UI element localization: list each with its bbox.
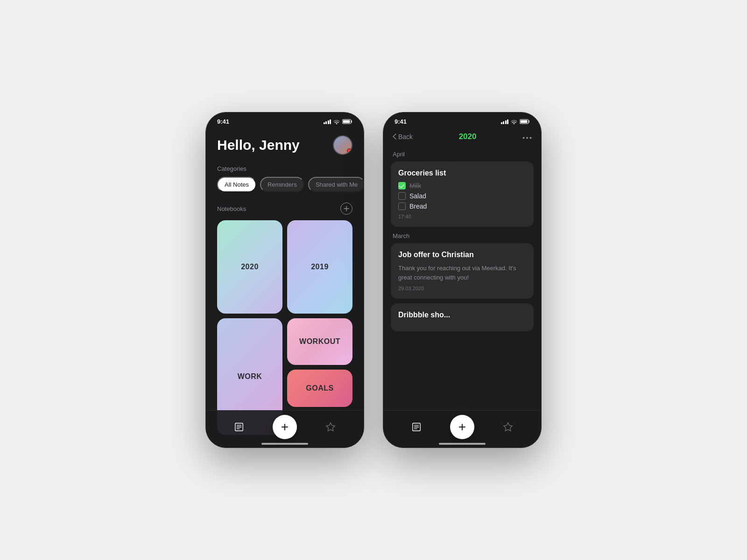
notebook-goals[interactable]: GOALS: [287, 370, 352, 407]
category-shared[interactable]: Shared with Me: [308, 177, 364, 192]
notebook-goals-label: GOALS: [306, 384, 333, 392]
greeting-text: Hello, Jenny: [217, 137, 300, 153]
fab-plus-icon-2: +: [458, 420, 466, 434]
fab-button-1[interactable]: +: [273, 415, 297, 439]
note-job-offer-body: Thank you for reaching out via Meerkad. …: [398, 264, 526, 282]
checklist-salad-text: Salad: [409, 192, 426, 200]
checklist-item-salad: Salad: [398, 192, 526, 200]
back-label: Back: [398, 133, 413, 140]
svg-rect-1: [343, 120, 350, 123]
nav-title: 2020: [459, 132, 477, 141]
note-dribbble-partial[interactable]: Dribbble sho...: [391, 303, 534, 331]
phone-screen-2: 9:41: [383, 112, 542, 448]
month-march: March: [393, 232, 532, 239]
notebook-2020-label: 2020: [241, 263, 259, 271]
notebook-2019-label: 2019: [311, 263, 329, 271]
note-job-offer[interactable]: Job offer to Christian Thank you for rea…: [391, 243, 534, 299]
app-container: 9:41 Hello, Jenny: [187, 93, 560, 467]
signal-icon: [324, 119, 331, 124]
note-job-offer-date: 29.03.2020: [398, 286, 526, 291]
status-time-1: 9:41: [217, 118, 229, 125]
categories-label: Categories: [217, 165, 352, 172]
screen2-content: Back 2020 April Groceries list: [383, 128, 541, 442]
tab-favorites-1[interactable]: [325, 422, 336, 432]
checkbox-salad[interactable]: [398, 192, 406, 200]
notes-icon-2: [411, 422, 422, 432]
notebooks-label: Notebooks: [217, 205, 246, 212]
home-indicator-2: [439, 443, 486, 445]
status-time-2: 9:41: [395, 118, 407, 125]
notebook-workout[interactable]: WORKOUT: [287, 318, 352, 365]
tab-favorites-2[interactable]: [503, 422, 513, 432]
bottom-bar-2: +: [383, 410, 541, 448]
battery-icon: [342, 119, 352, 124]
notes-list: April Groceries list Milk Salad Bread: [383, 145, 541, 442]
status-bar-1: 9:41: [206, 112, 364, 128]
status-icons-1: [324, 119, 353, 124]
note-groceries-title: Groceries list: [398, 169, 526, 177]
plus-icon: [344, 206, 349, 211]
note-dribbble-title: Dribbble sho...: [398, 311, 526, 319]
notebooks-header: Notebooks: [217, 203, 352, 215]
screen1-content: Hello, Jenny Categories All Notes Remind…: [206, 128, 364, 442]
notebook-workout-label: WORKOUT: [299, 337, 340, 346]
status-icons-2: [501, 119, 530, 124]
bottom-bar-1: +: [206, 410, 364, 448]
categories-row: All Notes Reminders Shared with Me: [217, 177, 352, 192]
home-indicator-1: [261, 443, 308, 445]
checklist-milk-text: Milk: [409, 182, 421, 189]
fab-plus-icon-1: +: [281, 420, 289, 434]
avatar[interactable]: [333, 135, 352, 155]
signal-icon-2: [501, 119, 509, 124]
notes-icon-1: [234, 422, 244, 432]
note-job-offer-title: Job offer to Christian: [398, 251, 526, 259]
star-icon-1: [325, 422, 336, 432]
add-notebook-button[interactable]: [340, 203, 352, 215]
battery-icon-2: [520, 119, 530, 124]
tab-notes-2[interactable]: [411, 422, 422, 432]
svg-point-6: [526, 137, 528, 139]
back-button[interactable]: Back: [393, 133, 413, 140]
hello-row: Hello, Jenny: [217, 135, 352, 155]
fab-button-2[interactable]: +: [450, 415, 474, 439]
wifi-icon: [333, 119, 340, 124]
svg-point-7: [529, 137, 531, 139]
notebook-work-label: WORK: [238, 372, 262, 381]
nav-bar: Back 2020: [383, 128, 541, 145]
more-dots-icon: [522, 137, 532, 139]
notebooks-grid: 2020 2019 WORK WORKOUT GOALS: [217, 220, 352, 435]
note-groceries-time: 17:40: [398, 214, 526, 219]
note-groceries[interactable]: Groceries list Milk Salad Bread 17:40: [391, 161, 534, 227]
avatar-notification-badge: [347, 148, 352, 153]
star-icon-2: [503, 422, 513, 432]
wifi-icon-2: [511, 119, 517, 124]
category-all-notes[interactable]: All Notes: [217, 177, 256, 192]
category-reminders[interactable]: Reminders: [260, 177, 304, 192]
month-april: April: [393, 151, 532, 158]
status-bar-2: 9:41: [383, 112, 541, 128]
notebook-2019[interactable]: 2019: [287, 220, 352, 314]
checkbox-milk[interactable]: [398, 182, 406, 189]
more-button[interactable]: [522, 132, 532, 141]
checklist-item-milk: Milk: [398, 182, 526, 189]
phone-screen-1: 9:41 Hello, Jenny: [205, 112, 364, 448]
chevron-left-icon: [393, 133, 396, 140]
checkbox-bread[interactable]: [398, 203, 406, 210]
svg-point-5: [522, 137, 524, 139]
svg-rect-4: [521, 120, 528, 123]
checklist-bread-text: Bread: [409, 203, 427, 210]
notebook-2020[interactable]: 2020: [217, 220, 282, 314]
tab-notes-1[interactable]: [234, 422, 244, 432]
checklist-item-bread: Bread: [398, 203, 526, 210]
